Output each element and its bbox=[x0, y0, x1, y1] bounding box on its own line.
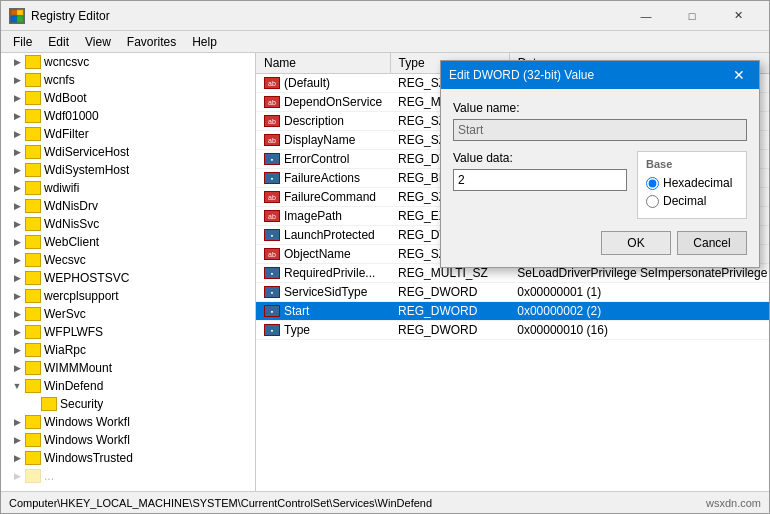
decimal-radio[interactable] bbox=[646, 195, 659, 208]
dialog-close-button[interactable]: ✕ bbox=[727, 63, 751, 87]
dialog-body: Value name: Value data: Base Hexadecimal… bbox=[441, 89, 759, 267]
decimal-label: Decimal bbox=[663, 194, 706, 208]
value-name-label: Value name: bbox=[453, 101, 747, 115]
ok-button[interactable]: OK bbox=[601, 231, 671, 255]
value-name-input[interactable] bbox=[453, 119, 747, 141]
dialog-buttons: OK Cancel bbox=[453, 231, 747, 255]
dialog-overlay: Edit DWORD (32-bit) Value ✕ Value name: … bbox=[0, 0, 770, 514]
dialog-title-text: Edit DWORD (32-bit) Value bbox=[449, 68, 727, 82]
hexadecimal-label: Hexadecimal bbox=[663, 176, 732, 190]
cancel-button[interactable]: Cancel bbox=[677, 231, 747, 255]
radio-hexadecimal-row[interactable]: Hexadecimal bbox=[646, 176, 738, 190]
edit-dword-dialog: Edit DWORD (32-bit) Value ✕ Value name: … bbox=[440, 60, 760, 268]
radio-decimal-row[interactable]: Decimal bbox=[646, 194, 738, 208]
dialog-title-bar: Edit DWORD (32-bit) Value ✕ bbox=[441, 61, 759, 89]
dialog-value-row: Value data: Base Hexadecimal Decimal bbox=[453, 151, 747, 219]
dialog-base-area: Base Hexadecimal Decimal bbox=[637, 151, 747, 219]
base-label: Base bbox=[646, 158, 738, 170]
value-data-input[interactable] bbox=[453, 169, 627, 191]
dialog-value-area: Value data: bbox=[453, 151, 627, 191]
hexadecimal-radio[interactable] bbox=[646, 177, 659, 190]
value-data-label: Value data: bbox=[453, 151, 627, 165]
